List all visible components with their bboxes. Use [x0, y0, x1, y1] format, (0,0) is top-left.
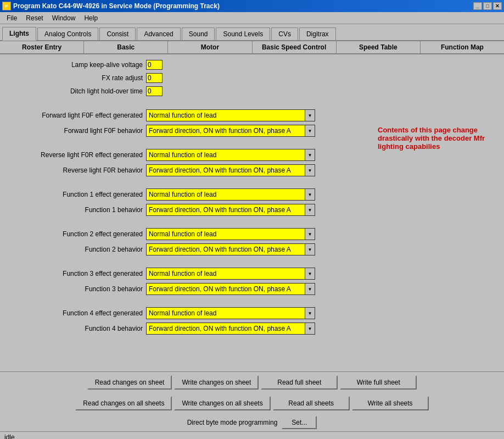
bottom-section: Read changes on sheet Write changes on s…	[0, 371, 504, 431]
fn1-effect-arrow-icon: ▼	[305, 188, 315, 201]
minimize-button[interactable]: _	[473, 2, 482, 10]
fn1-effect-select[interactable]: Normal function of lead	[146, 188, 305, 201]
status-text: idle	[4, 434, 15, 440]
tab-sound-levels[interactable]: Sound Levels	[216, 27, 270, 40]
fn4-behavior-arrow-icon: ▼	[305, 323, 315, 335]
fn3-effect-select[interactable]: Normal function of lead	[146, 268, 305, 280]
f0r-effect-select-wrapper: Normal function of lead Ditch light ▼	[146, 149, 315, 161]
f0f-effect-label: Forward light F0F effect generated	[11, 112, 143, 119]
tab-basic[interactable]: Basic	[84, 41, 168, 53]
fn3-behavior-select-wrapper: Forward direction, ON with function ON, …	[146, 283, 315, 295]
fn1-behavior-select[interactable]: Forward direction, ON with function ON, …	[146, 204, 305, 216]
fn3-effect-row: Function 3 effect generated Normal funct…	[11, 268, 493, 280]
fn1-behavior-arrow-icon: ▼	[305, 204, 315, 216]
lamp-keep-alive-label: Lamp keep-alive voltage	[11, 61, 143, 69]
ditch-light-holdover-row: Ditch light hold-over time	[11, 86, 493, 96]
f0r-behavior-label: Reverse light F0R behavior	[11, 166, 143, 174]
f0r-behavior-select-wrapper: Forward direction, ON with function ON, …	[146, 164, 315, 176]
f0r-behavior-select[interactable]: Forward direction, ON with function ON, …	[146, 164, 305, 176]
info-text: Contents of this page change drastically…	[378, 126, 488, 151]
fx-rate-adjust-row: FX rate adjust	[11, 73, 493, 83]
fn2-effect-label: Function 2 effect generated	[11, 230, 143, 238]
tab-row-1: Lights Analog Controls Consist Advanced …	[0, 24, 504, 41]
f0r-behavior-row: Reverse light F0R behavior Forward direc…	[11, 164, 493, 176]
fn4-effect-select-wrapper: Normal function of lead ▼	[146, 307, 315, 319]
f0r-behavior-arrow-icon: ▼	[305, 164, 315, 176]
fn4-effect-arrow-icon: ▼	[305, 307, 315, 319]
ditch-light-holdover-label: Ditch light hold-over time	[11, 87, 143, 95]
f0f-behavior-select-wrapper: Forward direction, ON with function ON, …	[146, 125, 315, 137]
lamp-keep-alive-input[interactable]	[146, 60, 163, 70]
tab-cvs[interactable]: CVs	[271, 27, 298, 40]
set-button[interactable]: Set...	[282, 416, 317, 429]
fn1-behavior-label: Function 1 behavior	[11, 206, 143, 214]
fn2-behavior-select-wrapper: Forward direction, ON with function ON, …	[146, 243, 315, 255]
fn2-behavior-select[interactable]: Forward direction, ON with function ON, …	[146, 243, 305, 255]
fn3-behavior-select[interactable]: Forward direction, ON with function ON, …	[146, 283, 305, 295]
tab-sound[interactable]: Sound	[182, 27, 215, 40]
window-title: Program Kato C44-9W-4926 in Service Mode…	[13, 2, 473, 10]
f0f-behavior-select[interactable]: Forward direction, ON with function ON, …	[146, 125, 305, 137]
menu-window[interactable]: Window	[48, 13, 80, 23]
fn1-effect-select-wrapper: Normal function of lead ▼	[146, 188, 315, 201]
direct-byte-row: Direct byte mode programming Set...	[0, 414, 504, 431]
fn3-effect-label: Function 3 effect generated	[11, 270, 143, 277]
f0r-effect-select[interactable]: Normal function of lead Ditch light	[146, 149, 305, 161]
fn1-behavior-row: Function 1 behavior Forward direction, O…	[11, 204, 493, 216]
f0f-effect-select[interactable]: Normal function of lead Ditch light Stro…	[146, 109, 305, 121]
window-controls[interactable]: _ □ ✕	[473, 2, 502, 10]
read-all-sheets-button[interactable]: Read all sheets	[273, 396, 350, 410]
write-changes-all-sheets-button[interactable]: Write changes on all sheets	[174, 396, 270, 410]
fx-rate-adjust-input[interactable]	[146, 73, 163, 83]
read-changes-sheet-button[interactable]: Read changes on sheet	[87, 375, 172, 390]
direct-byte-label: Direct byte mode programming	[187, 419, 278, 426]
f0f-behavior-label: Forward light F0F behavior	[11, 127, 143, 135]
fn2-effect-select-wrapper: Normal function of lead ▼	[146, 228, 315, 240]
write-all-sheets-button[interactable]: Write all sheets	[352, 396, 429, 410]
fn2-effect-row: Function 2 effect generated Normal funct…	[11, 228, 493, 240]
maximize-button[interactable]: □	[483, 2, 492, 10]
write-full-sheet-button[interactable]: Write full sheet	[340, 375, 417, 390]
tab-roster-entry[interactable]: Roster Entry	[0, 41, 84, 53]
btn-row-1: Read changes on sheet Write changes on s…	[0, 372, 504, 393]
fn4-behavior-label: Function 4 behavior	[11, 325, 143, 332]
fn3-effect-select-wrapper: Normal function of lead ▼	[146, 268, 315, 280]
tab-function-map[interactable]: Function Map	[421, 41, 504, 53]
fn4-effect-select[interactable]: Normal function of lead	[146, 307, 305, 319]
tab-row-2: Roster Entry Basic Motor Basic Speed Con…	[0, 41, 504, 54]
tab-analog-controls[interactable]: Analog Controls	[37, 27, 98, 40]
menu-reset[interactable]: Reset	[21, 13, 47, 23]
menu-help[interactable]: Help	[80, 13, 102, 23]
input-fields-section: Lamp keep-alive voltage FX rate adjust D…	[11, 60, 493, 96]
write-changes-sheet-button[interactable]: Write changes on sheet	[174, 375, 259, 390]
f0f-effect-select-wrapper: Normal function of lead Ditch light Stro…	[146, 109, 315, 121]
fn3-behavior-label: Function 3 behavior	[11, 285, 143, 293]
tab-motor[interactable]: Motor	[168, 41, 252, 53]
fn2-effect-arrow-icon: ▼	[305, 228, 315, 240]
tab-digitrax[interactable]: Digitrax	[299, 27, 336, 40]
fx-rate-adjust-label: FX rate adjust	[11, 74, 143, 82]
main-content: Contents of this page change drastically…	[0, 54, 504, 371]
tab-consist[interactable]: Consist	[99, 27, 136, 40]
menu-bar: File Reset Window Help	[0, 12, 504, 24]
read-full-sheet-button[interactable]: Read full sheet	[261, 375, 338, 390]
fn4-behavior-select[interactable]: Forward direction, ON with function ON, …	[146, 323, 305, 335]
fn2-effect-select[interactable]: Normal function of lead	[146, 228, 305, 240]
tab-basic-speed-control[interactable]: Basic Speed Control	[253, 41, 337, 53]
menu-file[interactable]: File	[2, 13, 21, 23]
fn4-behavior-select-wrapper: Forward direction, ON with function ON, …	[146, 323, 315, 335]
fn2-behavior-arrow-icon: ▼	[305, 243, 315, 255]
fn4-effect-label: Function 4 effect generated	[11, 309, 143, 317]
title-bar: P Program Kato C44-9W-4926 in Service Mo…	[0, 0, 504, 12]
tab-speed-table[interactable]: Speed Table	[337, 41, 421, 53]
read-changes-all-sheets-button[interactable]: Read changes on all sheets	[75, 396, 172, 410]
fn2-behavior-label: Function 2 behavior	[11, 246, 143, 253]
tab-advanced[interactable]: Advanced	[137, 27, 180, 40]
fn3-behavior-row: Function 3 behavior Forward direction, O…	[11, 283, 493, 295]
fn4-effect-row: Function 4 effect generated Normal funct…	[11, 307, 493, 319]
tab-lights[interactable]: Lights	[2, 27, 36, 41]
close-button[interactable]: ✕	[493, 2, 502, 10]
btn-row-2: Read changes on all sheets Write changes…	[0, 393, 504, 414]
ditch-light-holdover-input[interactable]	[146, 86, 163, 96]
content-wrapper: Contents of this page change drastically…	[0, 54, 504, 439]
